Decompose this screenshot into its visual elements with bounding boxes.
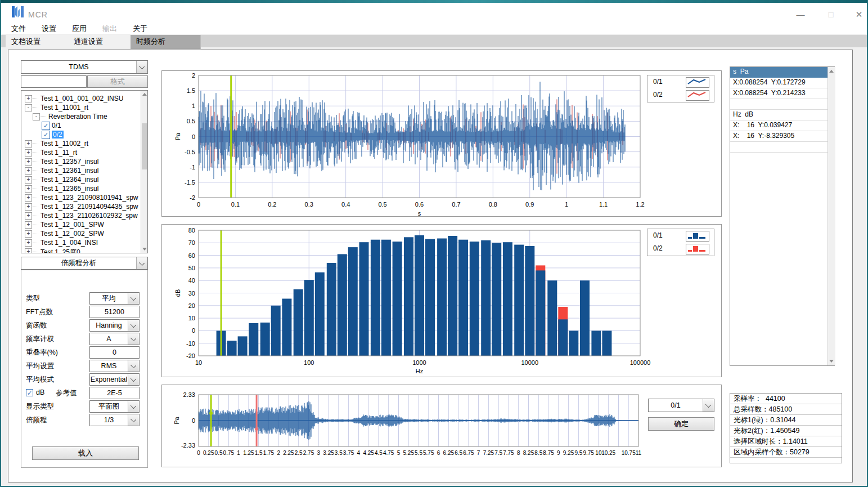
legend-label: 0/2 (653, 244, 663, 252)
readout-row[interactable]: X: 16 Y:-8.329305 (730, 131, 827, 142)
window-function-select[interactable]: Hanning (89, 319, 140, 332)
freq-weighting-value: A (90, 335, 128, 343)
tree-item[interactable]: +Test 1_25度0 (21, 247, 141, 253)
chevron-down-icon[interactable] (703, 399, 714, 412)
tab-time-freq-analysis[interactable]: 时频分析 (131, 35, 201, 49)
chevron-down-icon[interactable] (128, 401, 139, 412)
tree-item-label: Test 1_12_001_SPW (41, 221, 104, 229)
readout-scrollbar[interactable] (827, 67, 835, 365)
chevron-down-icon[interactable] (136, 61, 147, 73)
octave-select[interactable]: 1/3 (89, 414, 140, 426)
minimize-button[interactable]: — (788, 8, 813, 21)
legend-entry: 0/2 (647, 242, 714, 255)
tree-item[interactable]: +Test 1_11002_rt (21, 139, 141, 148)
tree-item[interactable]: -Reverberation Time (21, 112, 141, 121)
chevron-down-icon[interactable] (128, 293, 139, 304)
tree-item[interactable]: +Test 1_123_210908101941_spw (21, 193, 141, 202)
tree-item[interactable]: +Test 1_12364_insul (21, 175, 141, 184)
tab-doc-settings[interactable]: 文档设置 (6, 35, 72, 49)
scroll-down-icon[interactable] (829, 360, 834, 363)
freq-weighting-select[interactable]: A (89, 333, 140, 345)
filter-input[interactable] (21, 75, 87, 88)
readout-row[interactable]: X:0.088254 Y:0.172729 (730, 78, 827, 88)
tree-connector (32, 225, 38, 225)
display-type-select[interactable]: 平面图 (89, 400, 140, 413)
tree-item[interactable]: +Test 1_11_rt (21, 148, 141, 157)
tree-item[interactable]: ✓0/1 (21, 121, 141, 130)
fft-points-input[interactable]: 51200 (89, 306, 140, 318)
time-waveform-chart[interactable]: 21.510.50-0.5-1-1.5-200.10.20.30.40.50.6… (161, 70, 722, 217)
readout-row[interactable]: X:0.088254 Y:0.214233 (730, 88, 827, 99)
svg-text:2.25: 2.25 (283, 450, 294, 456)
spectrum-chart[interactable]: 80706050403020100-10-2010100100010000100… (161, 224, 722, 377)
channel-select[interactable]: 0/1 (648, 399, 714, 412)
tree-item[interactable]: +Test 1_123_211026102932_spw (21, 211, 141, 220)
analysis-type-select[interactable]: 倍频程分析 (21, 257, 148, 270)
readout-row[interactable]: X: 16 Y:0.039427 (730, 120, 827, 131)
db-checkbox[interactable]: ✓ (26, 389, 33, 396)
svg-text:8.75: 8.75 (543, 450, 554, 456)
svg-text:50: 50 (188, 265, 195, 271)
readout-row[interactable] (730, 142, 827, 153)
svg-text:100000: 100000 (630, 359, 651, 366)
readout-row[interactable] (730, 99, 827, 110)
tree-item[interactable]: +Test 1_12_001_SPW (21, 220, 141, 229)
overlap-input[interactable]: 0 (89, 346, 140, 359)
scroll-down-icon[interactable] (142, 248, 147, 251)
db-reference-input[interactable]: 2E-5 (89, 387, 140, 399)
window-title: MCR (28, 10, 48, 19)
tree-item[interactable]: +Test 1_12357_insul (21, 157, 141, 166)
window-function-value: Hanning (90, 321, 128, 329)
scroll-up-icon[interactable] (829, 70, 834, 73)
format-button[interactable]: 格式 (87, 75, 148, 88)
tree-connector (32, 171, 38, 171)
chevron-down-icon[interactable] (128, 374, 139, 385)
chevron-down-icon[interactable] (136, 257, 147, 269)
readout-header-row[interactable]: s Pa (730, 67, 827, 78)
svg-text:0.25: 0.25 (203, 450, 214, 456)
svg-text:4.25: 4.25 (363, 450, 374, 456)
tab-channel-settings[interactable]: 通道设置 (68, 35, 134, 49)
menu-bar: 文件设置应用输出关于 (1, 21, 867, 35)
svg-text:0: 0 (192, 133, 195, 140)
average-setting-select[interactable]: RMS (89, 360, 140, 372)
tree-scroll-thumb[interactable] (142, 123, 147, 169)
chevron-down-icon[interactable] (128, 414, 139, 426)
svg-text:-20: -20 (186, 352, 195, 359)
maximize-button[interactable]: □ (818, 8, 844, 21)
tree-item[interactable]: -Test 1_11001_rt (21, 103, 141, 112)
channel-checkbox[interactable]: ✓ (42, 131, 50, 139)
tree-item[interactable]: +Test 1_12361_insul (21, 166, 141, 175)
chevron-down-icon[interactable] (128, 333, 139, 345)
tree-item[interactable]: +Test 1_12365_insul (21, 184, 141, 193)
load-button[interactable]: 载入 (32, 446, 139, 460)
info-row: 光标1(绿)：0.31044 (730, 415, 842, 426)
tree-item[interactable]: +Test 1_001_001_002_INSU (21, 94, 141, 103)
tree-item[interactable]: ✓0/2 (21, 130, 141, 139)
svg-text:1: 1 (565, 201, 568, 208)
overview-waveform-chart[interactable]: 2.330-2.3300.250.50.7511.251.51.7522.252… (161, 385, 722, 467)
svg-text:5.75: 5.75 (423, 450, 434, 456)
svg-text:10000: 10000 (521, 359, 538, 366)
tree-item[interactable]: +Test 1_123_210914094435_spw (21, 202, 141, 211)
chevron-down-icon[interactable] (128, 360, 139, 372)
expand-plus-icon[interactable]: + (25, 248, 32, 253)
average-mode-select[interactable]: Exponential (89, 373, 140, 386)
tree-item-label: Test 1_11002_rt (41, 140, 88, 148)
tree-scrollbar[interactable] (141, 91, 148, 253)
type-select[interactable]: 平均 (89, 292, 140, 305)
scroll-up-icon[interactable] (142, 93, 147, 96)
channel-checkbox[interactable]: ✓ (42, 122, 50, 130)
tree-item[interactable]: +Test 1_12_002_SPW (21, 229, 141, 238)
chevron-down-icon[interactable] (128, 320, 139, 331)
confirm-button[interactable]: 确定 (648, 417, 714, 431)
svg-text:0.7: 0.7 (452, 201, 460, 208)
spectrum-chart-legend: 0/10/2 (647, 229, 714, 256)
close-button[interactable]: ✕ (846, 8, 868, 21)
file-format-select[interactable]: TDMS (21, 60, 148, 74)
line-series-icon (686, 77, 709, 88)
tree-item[interactable]: +Test 1_1_004_INSI (21, 238, 141, 247)
svg-text:0.75: 0.75 (223, 450, 235, 456)
readout-row[interactable]: Hz dB (730, 110, 827, 120)
svg-text:0: 0 (197, 450, 200, 456)
